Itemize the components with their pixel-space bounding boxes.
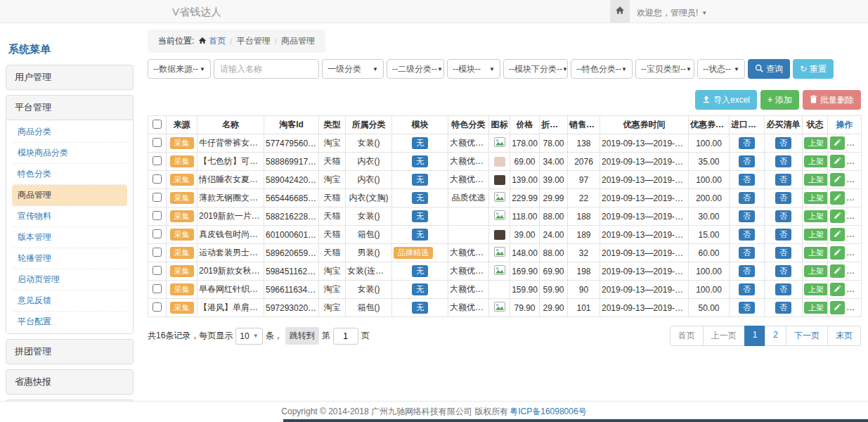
filter-select-module-sub[interactable]: --模块下分类--▼ bbox=[503, 59, 568, 79]
edit-button[interactable] bbox=[830, 301, 845, 314]
add-button[interactable]: + 添加 bbox=[760, 90, 799, 110]
edit-button[interactable] bbox=[830, 173, 845, 186]
status-toggle[interactable]: 上架 bbox=[804, 302, 828, 314]
search-button[interactable]: 查询 bbox=[748, 59, 790, 79]
filter-select-module[interactable]: --模块--▼ bbox=[447, 59, 500, 79]
cell-operations bbox=[828, 226, 862, 244]
row-checkbox[interactable] bbox=[153, 284, 162, 293]
sidebar-item[interactable]: 宣传物料 bbox=[12, 206, 127, 227]
status-toggle[interactable]: 上架 bbox=[804, 174, 828, 186]
filter-select-feature-category[interactable]: --特色分类--▼ bbox=[571, 59, 633, 79]
row-checkbox[interactable] bbox=[153, 193, 162, 202]
breadcrumb-home-link[interactable]: 首页 bbox=[198, 35, 226, 47]
cell-price: 169.90 bbox=[510, 262, 540, 281]
sidebar-panel-header-0[interactable]: 用户管理 bbox=[6, 65, 133, 89]
sidebar-item[interactable]: 商品分类 bbox=[12, 122, 127, 143]
import-select-toggle[interactable]: 否 bbox=[739, 247, 755, 260]
must-buy-toggle[interactable]: 否 bbox=[775, 192, 791, 205]
page-button-1[interactable]: 1 bbox=[744, 326, 766, 346]
edit-button[interactable] bbox=[830, 191, 845, 205]
edit-button[interactable] bbox=[830, 246, 845, 260]
reset-button[interactable]: ↻ 重置 bbox=[793, 59, 834, 79]
sidebar-panel-header-3[interactable]: 省惠快报 bbox=[6, 370, 133, 394]
filter-select-item-type[interactable]: --宝贝类型--▼ bbox=[635, 59, 694, 79]
status-toggle[interactable]: 上架 bbox=[804, 247, 828, 260]
row-checkbox[interactable] bbox=[153, 211, 162, 220]
status-toggle[interactable]: 上架 bbox=[804, 210, 828, 223]
status-toggle[interactable]: 上架 bbox=[804, 265, 828, 278]
import-select-toggle[interactable]: 否 bbox=[739, 302, 755, 314]
sidebar-item[interactable]: 特色分类 bbox=[12, 164, 127, 185]
edit-button[interactable] bbox=[830, 283, 845, 296]
row-checkbox[interactable] bbox=[153, 229, 162, 238]
batch-delete-button[interactable]: 批量删除 bbox=[803, 90, 861, 110]
cell-module: 无 bbox=[392, 299, 448, 317]
edit-button[interactable] bbox=[830, 264, 845, 278]
must-buy-toggle[interactable]: 否 bbox=[775, 137, 791, 150]
select-all-checkbox[interactable] bbox=[153, 120, 162, 129]
status-toggle[interactable]: 上架 bbox=[804, 283, 828, 296]
filter-select-category-level2[interactable]: --二级分类--▼ bbox=[387, 59, 444, 79]
edit-button[interactable] bbox=[830, 155, 845, 168]
row-checkbox[interactable] bbox=[153, 156, 162, 165]
page-button-上一页[interactable]: 上一页 bbox=[703, 326, 745, 346]
row-checkbox[interactable] bbox=[153, 174, 162, 184]
sidebar-item[interactable]: 平台配置 bbox=[12, 312, 127, 332]
home-button[interactable] bbox=[610, 0, 630, 23]
status-toggle[interactable]: 上架 bbox=[804, 192, 828, 205]
import-excel-button[interactable]: 导入excel bbox=[695, 90, 757, 110]
import-select-toggle[interactable]: 否 bbox=[739, 174, 755, 186]
jump-page-input[interactable] bbox=[333, 328, 358, 345]
import-select-toggle[interactable]: 否 bbox=[739, 265, 755, 278]
must-buy-toggle[interactable]: 否 bbox=[775, 247, 791, 260]
must-buy-toggle[interactable]: 否 bbox=[775, 283, 791, 296]
status-toggle[interactable]: 上架 bbox=[804, 155, 828, 168]
row-checkbox[interactable] bbox=[153, 248, 162, 257]
sidebar-panel-header-2[interactable]: 拼团管理 bbox=[6, 340, 133, 364]
status-toggle[interactable]: 上架 bbox=[804, 229, 828, 241]
import-select-toggle[interactable]: 否 bbox=[739, 137, 755, 150]
import-select-toggle[interactable]: 否 bbox=[739, 192, 755, 205]
sidebar-item[interactable]: 模块商品分类 bbox=[12, 143, 127, 164]
sidebar-item[interactable]: 版本管理 bbox=[12, 227, 127, 248]
column-header-所属分类: 所属分类 bbox=[346, 116, 392, 134]
sidebar-item[interactable]: 意见反馈 bbox=[12, 290, 127, 312]
import-select-toggle[interactable]: 否 bbox=[739, 210, 755, 223]
status-toggle[interactable]: 上架 bbox=[804, 137, 828, 150]
page-button-首页[interactable]: 首页 bbox=[670, 326, 704, 346]
edit-button[interactable] bbox=[830, 228, 845, 241]
must-buy-toggle[interactable]: 否 bbox=[775, 174, 791, 186]
filter-select-data-source[interactable]: --数据来源--▼ bbox=[148, 59, 211, 79]
page-button-2[interactable]: 2 bbox=[765, 326, 786, 346]
per-page-select[interactable]: 10 ▼ bbox=[235, 328, 262, 345]
must-buy-toggle[interactable]: 否 bbox=[775, 302, 791, 314]
must-buy-toggle[interactable]: 否 bbox=[775, 265, 791, 278]
sidebar-item[interactable]: 商品管理 bbox=[12, 185, 127, 206]
jump-button[interactable]: 跳转到 bbox=[285, 327, 319, 345]
row-checkbox[interactable] bbox=[153, 266, 162, 275]
cell-category: 内衣() bbox=[346, 153, 392, 171]
name-search-input[interactable] bbox=[214, 59, 319, 79]
sidebar-panel-header-1[interactable]: 平台管理 bbox=[6, 96, 133, 120]
edit-button[interactable] bbox=[830, 136, 845, 150]
cell-price: 148.00 bbox=[510, 244, 540, 262]
import-select-toggle[interactable]: 否 bbox=[739, 229, 755, 241]
filter-select-category-level1[interactable]: 一级分类▼ bbox=[322, 59, 384, 79]
filter-select-status[interactable]: --状态--▼ bbox=[697, 59, 745, 79]
must-buy-toggle[interactable]: 否 bbox=[775, 155, 791, 168]
cell-module: 品牌精选爱上运动 bbox=[392, 244, 448, 262]
import-select-toggle[interactable]: 否 bbox=[739, 283, 755, 296]
sidebar-item[interactable]: 启动页管理 bbox=[12, 269, 127, 290]
row-checkbox[interactable] bbox=[153, 302, 162, 312]
must-buy-toggle[interactable]: 否 bbox=[775, 229, 791, 241]
import-select-toggle[interactable]: 否 bbox=[739, 155, 755, 168]
user-menu[interactable]: 欢迎您，管理员! ▼ bbox=[637, 7, 707, 19]
row-checkbox[interactable] bbox=[153, 138, 162, 147]
edit-button[interactable] bbox=[830, 210, 845, 223]
icp-link[interactable]: 粤ICP备16098006号 bbox=[510, 406, 586, 418]
cell-taoke-id: 589620659791 bbox=[264, 244, 319, 262]
page-button-下一页[interactable]: 下一页 bbox=[786, 326, 828, 346]
must-buy-toggle[interactable]: 否 bbox=[775, 210, 791, 223]
page-button-末页[interactable]: 末页 bbox=[827, 326, 861, 346]
sidebar-item[interactable]: 轮播管理 bbox=[12, 248, 127, 269]
